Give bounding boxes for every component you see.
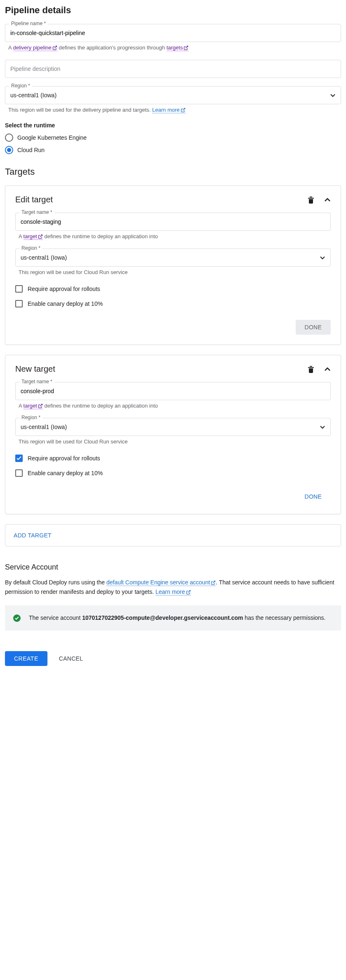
svg-line-3 <box>40 235 42 237</box>
runtime-option-gke[interactable]: Google Kubernetes Engine <box>5 134 341 142</box>
target-region-label: Region * <box>19 415 42 420</box>
target-link[interactable]: target <box>24 233 43 240</box>
target-name-helper: A target defines the runtime to deploy a… <box>15 233 331 240</box>
target-name-label: Target name * <box>19 379 54 384</box>
chevron-up-icon <box>324 198 331 202</box>
target-link[interactable]: target <box>24 403 43 409</box>
region-select[interactable]: us-central1 (Iowa) <box>5 86 341 104</box>
trash-icon <box>308 196 314 204</box>
collapse-target-button[interactable] <box>324 367 331 371</box>
service-account-status-box: The service account 1070127022905-comput… <box>5 605 341 631</box>
default-service-account-link[interactable]: default Compute Engine service account <box>106 579 216 586</box>
svg-line-1 <box>186 46 188 49</box>
enable-canary-checkbox[interactable]: Enable canary deploy at 10% <box>15 469 331 477</box>
target-done-button: DONE <box>296 320 331 335</box>
region-label: Region * <box>9 83 32 89</box>
region-learn-more-link[interactable]: Learn more <box>152 107 185 113</box>
external-link-icon <box>186 588 191 597</box>
check-circle-icon <box>13 614 21 622</box>
checkbox-label: Enable canary deploy at 10% <box>28 300 103 307</box>
target-region-helper: This region will be used for Cloud Run s… <box>15 438 331 445</box>
target-region-helper: This region will be used for Cloud Run s… <box>15 269 331 275</box>
pipeline-name-input[interactable] <box>5 24 341 42</box>
page-title: Pipeline details <box>5 5 341 16</box>
service-account-heading: Service Account <box>5 563 341 572</box>
target-name-label: Target name * <box>19 209 54 215</box>
runtime-option-cloud-run[interactable]: Cloud Run <box>5 146 341 154</box>
trash-icon <box>308 366 314 373</box>
add-target-button[interactable]: ADD TARGET <box>14 532 52 539</box>
target-card-title: New target <box>15 364 55 374</box>
external-link-icon <box>181 108 186 114</box>
target-name-helper: A target defines the runtime to deploy a… <box>15 403 331 410</box>
delivery-pipeline-link[interactable]: delivery pipeline <box>13 45 57 51</box>
service-account-text: By default Cloud Deploy runs using the d… <box>5 578 341 597</box>
target-name-input[interactable] <box>15 213 331 231</box>
check-icon <box>16 456 21 460</box>
svg-line-6 <box>188 591 191 593</box>
radio-icon <box>5 146 13 154</box>
require-approval-checkbox[interactable]: Require approval for rollouts <box>15 285 331 293</box>
enable-canary-checkbox[interactable]: Enable canary deploy at 10% <box>15 300 331 307</box>
pipeline-name-helper: A delivery pipeline defines the applicat… <box>5 45 341 52</box>
target-name-input[interactable] <box>15 382 331 400</box>
target-region-label: Region * <box>19 245 42 251</box>
target-region-select[interactable]: us-central1 (Iowa) <box>15 249 331 267</box>
pipeline-name-label: Pipeline name * <box>9 21 48 26</box>
checkbox-icon <box>15 469 23 477</box>
service-account-status-message: The service account 1070127022905-comput… <box>29 614 325 622</box>
delete-target-button[interactable] <box>308 196 314 204</box>
checkbox-icon <box>15 285 23 293</box>
cancel-button[interactable]: CANCEL <box>59 655 83 662</box>
create-button[interactable]: CREATE <box>5 651 47 666</box>
target-region-select[interactable]: us-central1 (Iowa) <box>15 418 331 436</box>
require-approval-checkbox[interactable]: Require approval for rollouts <box>15 455 331 462</box>
target-card: New target Target name * A target define… <box>5 355 341 514</box>
external-link-icon <box>184 45 188 52</box>
runtime-option-label: Google Kubernetes Engine <box>17 134 87 141</box>
targets-heading: Targets <box>5 166 341 177</box>
checkbox-label: Enable canary deploy at 10% <box>28 470 103 476</box>
external-link-icon <box>52 45 57 52</box>
add-target-bar: ADD TARGET <box>5 524 341 546</box>
checkbox-icon <box>15 300 23 307</box>
target-card-title: Edit target <box>15 195 53 204</box>
chevron-up-icon <box>324 367 331 371</box>
svg-line-4 <box>40 404 42 407</box>
radio-icon <box>5 134 13 142</box>
external-link-icon <box>38 403 43 410</box>
external-link-icon <box>38 234 43 240</box>
svg-line-5 <box>213 581 215 584</box>
checkbox-label: Require approval for rollouts <box>28 455 100 462</box>
runtime-heading: Select the runtime <box>5 122 341 129</box>
runtime-option-label: Cloud Run <box>17 147 45 153</box>
pipeline-description-input[interactable] <box>5 60 341 78</box>
checkbox-label: Require approval for rollouts <box>28 286 100 292</box>
svg-line-2 <box>183 108 185 111</box>
checkbox-icon <box>15 455 23 462</box>
service-account-learn-more-link[interactable]: Learn more <box>155 588 191 596</box>
collapse-target-button[interactable] <box>324 198 331 202</box>
target-done-button[interactable]: DONE <box>296 489 331 504</box>
region-helper: This region will be used for the deliver… <box>5 107 341 114</box>
targets-link[interactable]: targets <box>167 45 189 51</box>
target-card: Edit target Target name * A target defin… <box>5 185 341 345</box>
delete-target-button[interactable] <box>308 366 314 373</box>
svg-line-0 <box>54 46 57 49</box>
external-link-icon <box>211 579 216 588</box>
